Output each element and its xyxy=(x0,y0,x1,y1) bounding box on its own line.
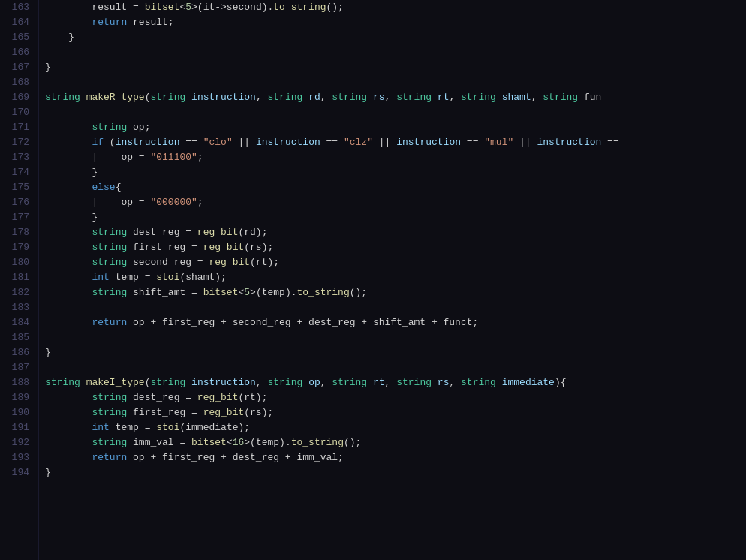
code-line-176: | op = "000000"; xyxy=(45,195,746,210)
ln-169: 169 xyxy=(6,90,29,105)
ln-187: 187 xyxy=(6,360,29,375)
ln-164: 164 xyxy=(6,15,29,30)
ln-192: 192 xyxy=(6,435,29,450)
ln-174: 174 xyxy=(6,165,29,180)
ln-168: 168 xyxy=(6,75,29,90)
code-line-188: string makeI_type(string instruction, st… xyxy=(45,375,746,390)
ln-181: 181 xyxy=(6,270,29,285)
ln-188: 188 xyxy=(6,375,29,390)
code-content: result = bitset<5>(it->second).to_string… xyxy=(39,0,746,560)
code-line-172: if (instruction == "clo" || instruction … xyxy=(45,135,746,150)
code-line-189: string dest_reg = reg_bit(rt); xyxy=(45,390,746,405)
code-line-175: else{ xyxy=(45,180,746,195)
code-line-181: int temp = stoi(shamt); xyxy=(45,270,746,285)
code-line-186: } xyxy=(45,345,746,360)
ln-171: 171 xyxy=(6,120,29,135)
ln-178: 178 xyxy=(6,225,29,240)
code-line-177: } xyxy=(45,210,746,225)
code-line-171: string op; xyxy=(45,120,746,135)
ln-180: 180 xyxy=(6,255,29,270)
code-line-184: return op + first_reg + second_reg + des… xyxy=(45,315,746,330)
code-line-169: string makeR_type(string instruction, st… xyxy=(45,90,746,105)
code-line-167: } xyxy=(45,60,746,75)
ln-165: 165 xyxy=(6,30,29,45)
ln-167: 167 xyxy=(6,60,29,75)
ln-166: 166 xyxy=(6,45,29,60)
code-line-163: result = bitset<5>(it->second).to_string… xyxy=(45,0,746,15)
line-numbers: 163 164 165 166 167 168 169 170 171 172 … xyxy=(0,0,39,560)
ln-186: 186 xyxy=(6,345,29,360)
ln-191: 191 xyxy=(6,420,29,435)
code-line-191: int temp = stoi(immediate); xyxy=(45,420,746,435)
ln-190: 190 xyxy=(6,405,29,420)
ln-170: 170 xyxy=(6,105,29,120)
ln-183: 183 xyxy=(6,300,29,315)
ln-176: 176 xyxy=(6,195,29,210)
code-line-183 xyxy=(45,300,746,315)
ln-177: 177 xyxy=(6,210,29,225)
ln-193: 193 xyxy=(6,450,29,465)
code-line-192: string imm_val = bitset<16>(temp).to_str… xyxy=(45,435,746,450)
code-line-180: string second_reg = reg_bit(rt); xyxy=(45,255,746,270)
code-line-179: string first_reg = reg_bit(rs); xyxy=(45,240,746,255)
code-line-193: return op + first_reg + dest_reg + imm_v… xyxy=(45,450,746,465)
code-line-187 xyxy=(45,360,746,375)
ln-173: 173 xyxy=(6,150,29,165)
code-line-185 xyxy=(45,330,746,345)
ln-182: 182 xyxy=(6,285,29,300)
code-line-165: } xyxy=(45,30,746,45)
ln-185: 185 xyxy=(6,330,29,345)
code-line-168 xyxy=(45,75,746,90)
code-editor: 163 164 165 166 167 168 169 170 171 172 … xyxy=(0,0,746,560)
code-line-182: string shift_amt = bitset<5>(temp).to_st… xyxy=(45,285,746,300)
ln-189: 189 xyxy=(6,390,29,405)
code-line-194: } xyxy=(45,465,746,480)
code-line-174: } xyxy=(45,165,746,180)
ln-172: 172 xyxy=(6,135,29,150)
code-line-173: | op = "011100"; xyxy=(45,150,746,165)
ln-163: 163 xyxy=(6,0,29,15)
ln-194: 194 xyxy=(6,465,29,480)
code-line-166 xyxy=(45,45,746,60)
code-line-170 xyxy=(45,105,746,120)
code-line-190: string first_reg = reg_bit(rs); xyxy=(45,405,746,420)
code-line-178: string dest_reg = reg_bit(rd); xyxy=(45,225,746,240)
ln-175: 175 xyxy=(6,180,29,195)
ln-184: 184 xyxy=(6,315,29,330)
code-line-164: return result; xyxy=(45,15,746,30)
ln-179: 179 xyxy=(6,240,29,255)
